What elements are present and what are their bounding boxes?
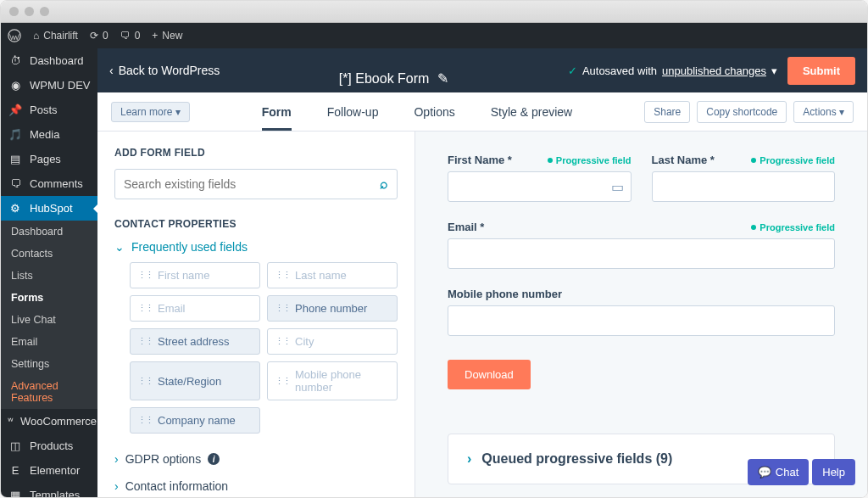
download-button[interactable]: Download (448, 360, 531, 389)
share-button[interactable]: Share (644, 101, 690, 123)
sidebar-item-hubspot[interactable]: ⚙HubSpot (1, 196, 97, 221)
sidebar-item-posts[interactable]: 📌Posts (1, 98, 97, 122)
tab-style[interactable]: Style & preview (491, 92, 572, 131)
chevron-left-icon: ‹ (109, 64, 114, 77)
info-icon[interactable]: i (208, 453, 220, 465)
field-last-name[interactable]: Last Name *Progressive field (652, 154, 836, 202)
field-email[interactable]: Email *Progressive field (448, 221, 835, 269)
first-name-input[interactable]: ▭ (448, 171, 632, 202)
actions-button[interactable]: Actions ▾ (793, 101, 854, 123)
sidebar-item-elementor[interactable]: EElementor (1, 458, 97, 483)
sub-lists[interactable]: Lists (1, 265, 97, 287)
section-gdpr[interactable]: ›GDPR options i (114, 445, 398, 473)
progressive-badge: Progressive field (751, 222, 835, 232)
template-icon: ▦ (8, 489, 23, 497)
tab-options[interactable]: Options (414, 92, 454, 131)
media-icon: 🎵 (8, 128, 23, 141)
chip-city[interactable]: ⋮⋮City (267, 328, 398, 355)
section-contact[interactable]: ›Contact information (114, 473, 398, 497)
tab-form[interactable]: Form (262, 92, 292, 131)
drag-icon: ⋮⋮ (137, 336, 153, 347)
email-input[interactable] (448, 238, 835, 269)
chip-state[interactable]: ⋮⋮State/Region (130, 361, 260, 400)
wp-sidebar: ⏱Dashboard ◉WPMU DEV 📌Posts 🎵Media ▤Page… (1, 48, 97, 497)
chevron-right-icon: › (467, 451, 471, 467)
sidebar-item-media[interactable]: 🎵Media (1, 122, 97, 147)
updates[interactable]: ⟳0 (90, 30, 108, 42)
elementor-icon: E (8, 464, 23, 477)
learn-more-button[interactable]: Learn more ▾ (111, 102, 190, 122)
product-icon: ◫ (8, 439, 23, 452)
traffic-light-max[interactable] (40, 7, 49, 16)
autosave-status[interactable]: ✓ Autosaved with unpublished changes ▾ (568, 64, 777, 77)
chevron-down-icon: ▾ (771, 64, 777, 77)
help-button[interactable]: Help (812, 459, 855, 485)
sidebar-item-pages[interactable]: ▤Pages (1, 147, 97, 171)
field-mobile[interactable]: Mobile phone number (448, 288, 835, 336)
chip-phone[interactable]: ⋮⋮Phone number (267, 295, 398, 322)
chip-company[interactable]: ⋮⋮Company name (130, 407, 260, 434)
plus-icon: + (152, 30, 158, 42)
search-fields[interactable]: ⌕ (114, 169, 398, 199)
edit-icon[interactable]: ✎ (437, 70, 448, 87)
chat-icon: 💬 (758, 466, 771, 478)
traffic-light-close[interactable] (9, 7, 19, 16)
sub-email[interactable]: Email (1, 331, 97, 353)
wp-logo[interactable] (8, 29, 21, 42)
site-label: Chairlift (43, 30, 78, 42)
drag-icon: ⋮⋮ (275, 303, 290, 314)
sidebar-item-comments[interactable]: 🗨Comments (1, 171, 97, 196)
sidebar-item-products[interactable]: ◫Products (1, 434, 97, 458)
wp-admin-bar: ⌂Chairlift ⟳0 🗨0 +New (1, 23, 867, 48)
sidebar-item-wpmu[interactable]: ◉WPMU DEV (1, 73, 97, 98)
chip-first-name[interactable]: ⋮⋮First name (130, 262, 260, 288)
search-input[interactable] (124, 177, 380, 191)
sub-contacts[interactable]: Contacts (1, 243, 97, 265)
chevron-right-icon: › (114, 479, 119, 493)
drag-icon: ⋮⋮ (137, 415, 153, 426)
chip-last-name[interactable]: ⋮⋮Last name (267, 262, 398, 288)
sub-livechat[interactable]: Live Chat (1, 309, 97, 331)
page-title[interactable]: [*] Ebook Form ✎ (339, 70, 449, 87)
chevron-down-icon: ▾ (839, 106, 844, 118)
sub-settings[interactable]: Settings (1, 353, 97, 375)
submit-button[interactable]: Submit (787, 57, 855, 85)
traffic-light-min[interactable] (25, 7, 34, 16)
sub-forms[interactable]: Forms (1, 287, 97, 309)
sub-advanced[interactable]: Advanced Features (1, 375, 97, 409)
woo-icon: ʷ (8, 415, 14, 428)
sidebar-item-woo[interactable]: ʷWooCommerce (1, 409, 97, 434)
progressive-badge: Progressive field (548, 155, 632, 165)
gauge-icon: ⏱ (8, 54, 23, 67)
sidebar-item-templates[interactable]: ▦Templates (1, 483, 97, 497)
chevron-right-icon: › (114, 452, 119, 466)
chip-email[interactable]: ⋮⋮Email (130, 295, 260, 322)
field-first-name[interactable]: First Name *Progressive field ▭ (448, 154, 632, 202)
back-button[interactable]: ‹ Back to WordPress (109, 64, 220, 77)
chip-street[interactable]: ⋮⋮Street address (130, 328, 260, 355)
sidebar-item-dashboard[interactable]: ⏱Dashboard (1, 48, 97, 73)
drag-icon: ⋮⋮ (137, 270, 153, 281)
chip-mobile[interactable]: ⋮⋮Mobile phone number (267, 361, 398, 400)
field-panel: ADD FORM FIELD ⌕ CONTACT PROPERTIES ⌄Fre… (97, 131, 415, 497)
sub-dashboard[interactable]: Dashboard (1, 221, 97, 243)
progressive-badge: Progressive field (751, 155, 835, 165)
new-content[interactable]: +New (152, 30, 182, 42)
last-name-input[interactable] (652, 171, 836, 202)
chevron-down-icon: ⌄ (114, 240, 125, 254)
form-canvas: First Name *Progressive field ▭ Last Nam… (415, 131, 867, 497)
chat-button[interactable]: 💬Chat (748, 459, 809, 485)
home-icon: ⌂ (33, 30, 39, 42)
hubspot-submenu: Dashboard Contacts Lists Forms Live Chat… (1, 221, 97, 409)
search-icon[interactable]: ⌕ (380, 176, 388, 192)
mobile-input[interactable] (448, 305, 835, 336)
add-field-heading: ADD FORM FIELD (114, 147, 398, 159)
tab-followup[interactable]: Follow-up (327, 92, 379, 131)
comments-count[interactable]: 🗨0 (120, 30, 141, 42)
copy-shortcode-button[interactable]: Copy shortcode (697, 101, 787, 123)
comment-icon: 🗨 (8, 177, 23, 190)
site-name[interactable]: ⌂Chairlift (33, 30, 78, 42)
contact-props-heading: CONTACT PROPERTIES (114, 218, 398, 230)
refresh-icon: ⟳ (90, 30, 98, 42)
freq-used-toggle[interactable]: ⌄Frequently used fields (114, 240, 398, 254)
